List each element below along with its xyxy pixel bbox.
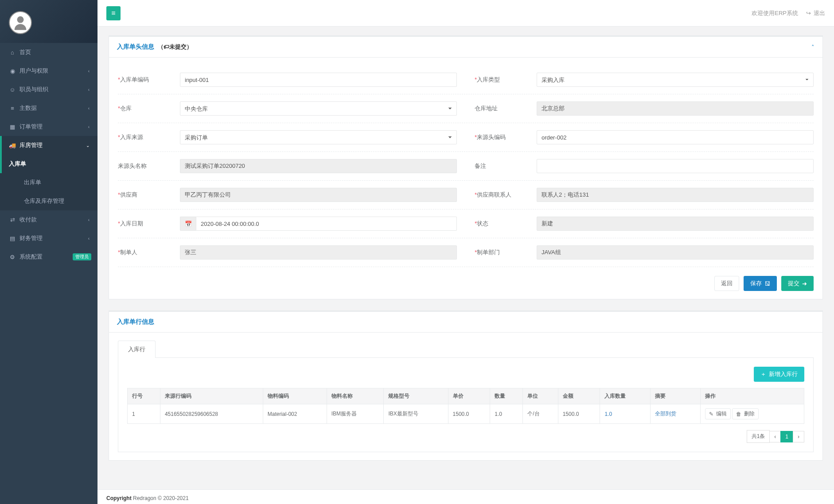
input-qty-link[interactable]: 1.0 — [604, 411, 612, 417]
edit-icon: ✎ — [709, 411, 713, 417]
nav-master-data[interactable]: ≡主数据‹ — [0, 99, 97, 117]
memo-field[interactable] — [537, 159, 814, 173]
nav-payments[interactable]: ⇄收付款‹ — [0, 210, 97, 229]
table-row: 1 451655028259606528 Material-002 IBM服务器… — [128, 404, 804, 424]
th-amount: 金额 — [558, 388, 600, 404]
creator-field — [180, 245, 457, 260]
save-icon: 🖫 — [764, 280, 770, 287]
tag-icon: 🏷 — [164, 43, 169, 50]
nav-sub-inbound[interactable]: 入库单 — [0, 155, 97, 173]
lines-table: 行号 来源行编码 物料编码 物料名称 规格型号 单价 数量 单位 金额 入库数量 — [127, 388, 804, 424]
td-unit: 个/台 — [523, 404, 558, 424]
header-panel: 入库单头信息 （🏷未提交） ˄ *入库单编码 *入库类型 采购入库 — [109, 35, 823, 299]
nav-warehouse[interactable]: 🚚库房管理⌄ 入库单 出库单 仓库及库存管理 — [0, 136, 97, 210]
warehouse-label: *仓库 — [118, 105, 171, 112]
logout-label: 退出 — [814, 9, 825, 17]
line-panel-header: 入库单行信息 — [109, 312, 822, 333]
profile-section — [0, 0, 97, 43]
page-current[interactable]: 1 — [780, 431, 793, 442]
content: 入库单头信息 （🏷未提交） ˄ *入库单编码 *入库类型 采购入库 — [97, 27, 834, 481]
supplier-label: *供应商 — [118, 191, 171, 199]
chevron-up-icon[interactable]: ˄ — [811, 44, 815, 50]
avatar[interactable] — [9, 11, 32, 34]
panel-header: 入库单头信息 （🏷未提交） ˄ — [109, 37, 822, 58]
th-price: 单价 — [448, 388, 490, 404]
chevron-left-icon: ‹ — [88, 87, 90, 92]
td-amount: 1500.0 — [558, 404, 600, 424]
chevron-left-icon: ‹ — [88, 236, 90, 241]
chevron-left-icon: ‹ — [88, 124, 90, 129]
th-input-qty: 入库数量 — [600, 388, 650, 404]
gear-icon: ⚙ — [9, 254, 16, 260]
input-type-label: *入库类型 — [475, 76, 528, 84]
memo-label: 备注 — [475, 162, 528, 170]
nav-sub-stock[interactable]: 仓库及库存管理 — [0, 192, 97, 210]
save-button[interactable]: 保存 🖫 — [744, 276, 777, 291]
source-head-name-label: 来源头名称 — [118, 162, 171, 170]
td-material-name: IBM服务器 — [327, 404, 384, 424]
nav-label: 职员与组织 — [19, 85, 48, 93]
nav-settings[interactable]: ⚙系统配置管理员 — [0, 248, 97, 266]
menu-toggle-button[interactable]: ≡ — [106, 6, 121, 20]
pagination: 共1条 ‹ 1 › — [127, 430, 804, 443]
edit-button[interactable]: ✎ 编辑 — [705, 408, 731, 419]
nav-finance[interactable]: ▤财务管理‹ — [0, 229, 97, 248]
td-source-line-code: 451655028259606528 — [160, 404, 263, 424]
th-spec: 规格型号 — [384, 388, 448, 404]
exchange-icon: ⇄ — [9, 217, 16, 223]
nav-label: 主数据 — [19, 104, 37, 112]
calendar-icon: ▦ — [9, 124, 16, 130]
nav-label: 系统配置 — [19, 253, 43, 261]
dashboard-icon: ◉ — [9, 68, 16, 74]
nav-sub-label: 仓库及库存管理 — [24, 197, 64, 205]
nav-home[interactable]: ⌂首页 — [0, 43, 97, 62]
summary-link[interactable]: 全部到货 — [655, 411, 676, 417]
logout-icon: ↪ — [806, 10, 811, 16]
panel-body: *入库单编码 *入库类型 采购入库 *仓库 中央仓库 仓库地址 — [109, 58, 822, 299]
nav-sub-outbound[interactable]: 出库单 — [0, 173, 97, 192]
source-head-code-field[interactable] — [537, 130, 814, 144]
nav-sub: 入库单 出库单 仓库及库存管理 — [0, 155, 97, 210]
sidebar: ⌂首页 ◉用户与权限‹ ☺职员与组织‹ ≡主数据‹ ▦订单管理‹ 🚚库房管理⌄ … — [0, 0, 97, 504]
delete-button[interactable]: 🗑 删除 — [732, 408, 759, 419]
td-row-num: 1 — [128, 404, 160, 424]
page-total: 共1条 — [747, 430, 770, 443]
nav-sub-label: 入库单 — [9, 160, 26, 168]
tab-inbound-lines[interactable]: 入库行 — [118, 341, 156, 358]
th-source-line-code: 来源行编码 — [160, 388, 263, 404]
input-code-field[interactable] — [180, 73, 457, 87]
admin-badge: 管理员 — [73, 253, 91, 260]
supplier-contact-label: *供应商联系人 — [475, 191, 528, 199]
warehouse-select[interactable]: 中央仓库 — [180, 101, 457, 116]
input-date-field[interactable] — [196, 217, 457, 231]
page-next[interactable]: › — [793, 431, 804, 442]
chevron-left-icon: ‹ — [88, 106, 90, 111]
input-source-select[interactable]: 采购订单 — [180, 130, 457, 144]
home-icon: ⌂ — [9, 49, 16, 56]
back-button[interactable]: 返回 — [714, 276, 739, 291]
submit-button[interactable]: 提交 ➜ — [781, 276, 814, 291]
nav-orders[interactable]: ▦订单管理‹ — [0, 117, 97, 136]
chevron-left-icon: ‹ — [88, 69, 90, 74]
td-actions: ✎ 编辑 🗑 删除 — [701, 404, 804, 424]
calendar-icon[interactable]: 📅 — [180, 217, 196, 231]
creator-label: *制单人 — [118, 248, 171, 256]
line-panel: 入库单行信息 入库行 ＋ 新增入库行 行号 来源行编码 — [109, 310, 823, 461]
nav-label: 财务管理 — [19, 234, 43, 242]
logout-link[interactable]: ↪退出 — [806, 9, 825, 17]
source-head-code-label: *来源头编码 — [475, 133, 528, 141]
dept-label: *制单部门 — [475, 248, 528, 256]
input-type-select[interactable]: 采购入库 — [537, 73, 814, 87]
td-price: 1500.0 — [448, 404, 490, 424]
supplier-contact-field — [537, 188, 814, 202]
nav-users[interactable]: ◉用户与权限‹ — [0, 62, 97, 80]
welcome-text: 欢迎使用ERP系统 — [752, 9, 798, 17]
page-prev[interactable]: ‹ — [769, 431, 781, 442]
add-line-button[interactable]: ＋ 新增入库行 — [754, 367, 804, 382]
nav-staff[interactable]: ☺职员与组织‹ — [0, 80, 97, 99]
footer: Copyright Redragon © 2020-2021 — [97, 489, 834, 504]
input-code-label: *入库单编码 — [118, 76, 171, 84]
nav-sub-label: 出库单 — [24, 178, 41, 186]
status-label: *状态 — [475, 220, 528, 228]
topbar: ≡ 欢迎使用ERP系统 ↪退出 — [97, 0, 834, 27]
